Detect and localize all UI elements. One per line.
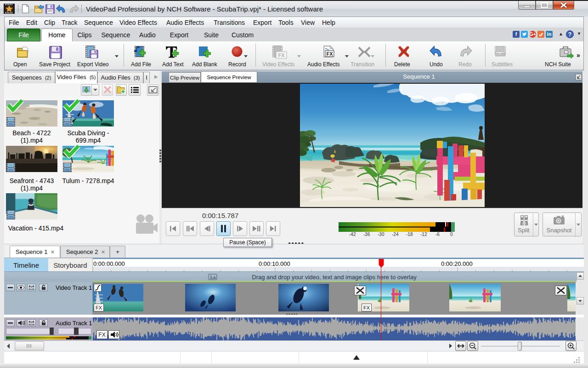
svg-text:FX: FX	[326, 51, 333, 57]
svg-text:SUB: SUB	[496, 52, 505, 57]
svg-text:FX: FX	[278, 52, 285, 58]
